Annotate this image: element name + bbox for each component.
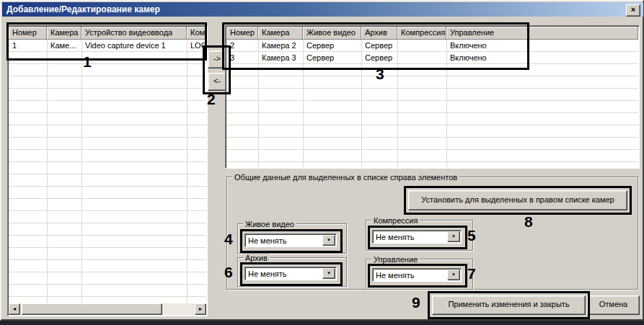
cell-archive: Сервер: [361, 52, 397, 64]
cell-compression: [397, 40, 446, 52]
dialog-title: Добавление/Редактирование камер: [6, 4, 160, 14]
live-video-combobox[interactable]: Не менять ▼: [244, 233, 337, 247]
cell-video-device: Video capture device 1: [81, 40, 187, 52]
cell-computer: LOCA: [187, 40, 206, 52]
cell-camera: Камера 3: [258, 52, 303, 64]
live-video-groupbox-label: Живое видео: [243, 220, 296, 228]
control-combobox-value: Не менять: [376, 270, 415, 281]
column-header-compression[interactable]: Компрессия: [397, 27, 446, 40]
live-video-combobox-value: Не менять: [248, 235, 287, 246]
chevron-down-icon[interactable]: ▼: [447, 270, 460, 280]
desktop-edge-strip: [0, 321, 644, 325]
gridline: [81, 40, 82, 315]
available-cameras-body: 1 Каме... Video capture device 1 LOCA ◄ …: [9, 40, 206, 315]
available-cameras-list-inner: Номер Камера Устройство видеоввода Комп …: [9, 27, 206, 315]
camera-add-edit-dialog: Добавление/Редактирование камер × Номер …: [0, 0, 644, 321]
table-row[interactable]: 3 Камера 3 Сервер Сервер Включено: [226, 52, 638, 64]
cell-control: Включено: [446, 40, 638, 52]
close-icon: ×: [631, 5, 635, 14]
chevron-down-icon[interactable]: ▼: [447, 231, 460, 242]
cancel-button[interactable]: Отмена: [587, 295, 640, 315]
compression-combobox-value: Не менять: [376, 231, 415, 243]
archive-combobox-value: Не менять: [248, 268, 287, 280]
selected-cameras-list-inner: Номер Камера Живое видео Архив Компресси…: [226, 27, 638, 167]
cell-number: 3: [226, 52, 258, 64]
column-header-video-device[interactable]: Устройство видеоввода: [81, 27, 187, 40]
apply-to-selected-button[interactable]: Установить для выделенных в правом списк…: [408, 190, 627, 210]
scrollbar-thumb[interactable]: [22, 303, 162, 315]
column-header-number[interactable]: Номер: [9, 27, 47, 40]
selected-cameras-body: 2 Камера 2 Сервер Сервер Включено 3 Каме…: [226, 40, 638, 167]
cell-control: Включено: [446, 52, 638, 64]
archive-groupbox-label: Архив: [243, 254, 270, 262]
screenshot-root: Добавление/Редактирование камер × Номер …: [0, 0, 644, 325]
scroll-right-icon: ►: [198, 306, 203, 311]
table-row[interactable]: 2 Камера 2 Сервер Сервер Включено: [226, 40, 638, 52]
available-cameras-list[interactable]: Номер Камера Устройство видеоввода Комп …: [7, 25, 208, 316]
control-groupbox-label: Управление: [371, 255, 420, 264]
control-combobox[interactable]: Не менять ▼: [372, 268, 462, 282]
scroll-right-button[interactable]: ►: [195, 303, 206, 315]
scroll-left-icon: ◄: [12, 306, 17, 311]
title-bar: Добавление/Редактирование камер ×: [2, 2, 643, 17]
column-header-archive[interactable]: Архив: [361, 27, 397, 40]
cell-number: 2: [226, 40, 258, 52]
close-button[interactable]: ×: [626, 4, 640, 17]
chevron-down-icon[interactable]: ▼: [322, 235, 335, 246]
cell-number: 1: [9, 40, 47, 52]
cell-archive: Сервер: [361, 40, 397, 52]
table-row[interactable]: 1 Каме... Video capture device 1 LOCA: [9, 40, 206, 52]
selected-cameras-header: Номер Камера Живое видео Архив Компресси…: [226, 27, 638, 40]
column-header-control[interactable]: Управление: [446, 27, 638, 40]
selected-cameras-list[interactable]: Номер Камера Живое видео Архив Компресси…: [225, 25, 640, 169]
column-header-camera[interactable]: Камера: [47, 27, 81, 40]
cell-live-video: Сервер: [303, 40, 361, 52]
column-header-number[interactable]: Номер: [226, 27, 258, 40]
cell-compression: [397, 52, 446, 64]
column-header-computer[interactable]: Комп: [187, 27, 206, 40]
cell-camera: Камера 2: [258, 40, 303, 52]
gridline: [47, 40, 48, 315]
column-header-live-video[interactable]: Живое видео: [303, 27, 361, 40]
cell-live-video: Сервер: [303, 52, 361, 64]
apply-and-close-button[interactable]: Применить изменения и закрыть: [432, 295, 586, 315]
column-header-camera[interactable]: Камера: [258, 27, 303, 40]
cell-camera: Каме...: [47, 40, 81, 52]
compression-groupbox-label: Компрессия: [371, 216, 420, 225]
archive-combobox[interactable]: Не менять ▼: [244, 267, 337, 280]
horizontal-scrollbar[interactable]: ◄ ►: [9, 303, 206, 315]
gridline: [187, 40, 188, 315]
move-left-button[interactable]: <-: [208, 73, 226, 91]
scroll-left-button[interactable]: ◄: [9, 303, 20, 315]
compression-combobox[interactable]: Не менять ▼: [372, 230, 462, 244]
move-right-button[interactable]: ->: [208, 50, 226, 68]
common-data-groupbox-label: Общие данные для выделенных в списке спр…: [232, 173, 459, 182]
available-cameras-header: Номер Камера Устройство видеоввода Комп: [9, 27, 206, 40]
chevron-down-icon[interactable]: ▼: [322, 268, 335, 279]
